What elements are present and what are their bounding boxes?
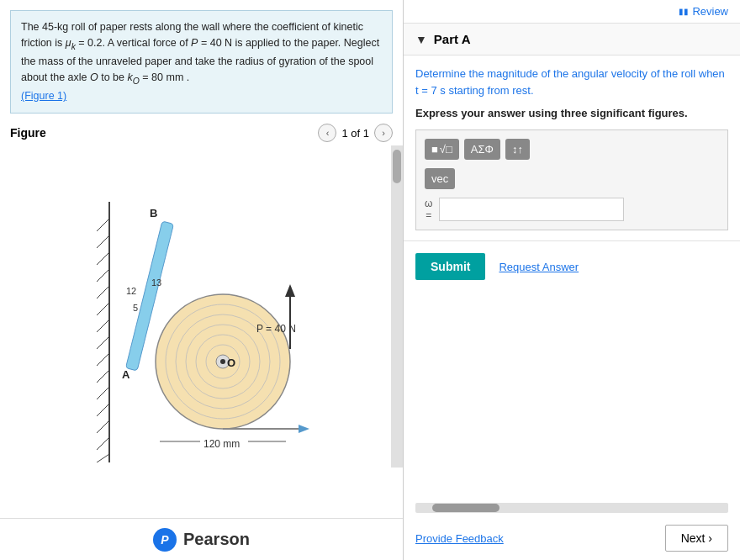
action-row: Submit Request Answer [404,241,740,292]
review-link[interactable]: ▮▮ Review [679,5,728,18]
figure-area: B A O 12 13 5 P = 40 N 120 mm [0,145,403,518]
svg-line-1 [97,219,109,231]
provide-feedback-link[interactable]: Provide Feedback [415,532,504,545]
svg-line-15 [97,454,109,462]
toolbar-row: ■ √□ AΣΦ ↕↑ [425,139,719,160]
a-label: A [122,368,130,381]
input-row: ω = [425,198,719,221]
figure-scrollbar-vertical[interactable] [391,145,403,468]
figure-next-button[interactable]: › [374,124,393,142]
question-description: Determine the magnitude of the angular v… [415,66,728,98]
figure-count: 1 of 1 [341,127,369,140]
figure-label: Figure [10,126,46,140]
svg-line-10 [97,370,109,383]
dim-label: 120 mm [204,438,240,450]
pearson-bar: P Pearson [0,518,403,560]
svg-line-8 [97,336,109,349]
answer-box: ■ √□ AΣΦ ↕↑ vec ω = [415,129,728,230]
num-13: 13 [151,277,161,288]
figure-link[interactable]: (Figure 1) [21,90,66,102]
answer-input[interactable] [439,198,624,221]
sqrt-symbol: √□ [440,143,452,156]
figure-svg: B A O 12 13 5 P = 40 N 120 mm [76,202,328,462]
svg-marker-26 [285,284,295,297]
svg-line-13 [97,420,109,433]
problem-text: The 45-kg roll of paper rests along the … [10,10,393,114]
pearson-icon: P [153,528,177,552]
next-button[interactable]: Next › [665,525,728,552]
svg-line-12 [97,404,109,416]
scrollbar-thumb [393,150,401,183]
svg-line-11 [97,387,109,399]
question-instruction: Express your answer using three signific… [415,107,728,119]
svg-line-6 [97,303,109,315]
formula-button[interactable]: ■ √□ [425,139,459,160]
svg-marker-28 [299,425,309,433]
arrow-button[interactable]: ↕↑ [505,139,530,160]
left-panel: The 45-kg roll of paper rests along the … [0,0,404,560]
review-icon: ▮▮ [679,7,689,16]
svg-line-4 [97,269,109,282]
svg-line-14 [97,437,109,450]
num-5: 5 [133,303,138,313]
horizontal-scrollbar[interactable] [415,503,728,513]
part-a-header: ▼ Part A [404,24,740,55]
vec-button[interactable]: vec [425,168,455,189]
formula-icon: ■ [431,143,438,156]
o-label: O [227,357,235,369]
scrollbar-h-thumb [432,504,500,512]
svg-point-24 [220,359,225,364]
vec-row: vec [425,168,719,189]
figure-nav: ‹ 1 of 1 › [318,124,393,142]
svg-line-3 [97,252,109,265]
submit-button[interactable]: Submit [415,253,485,280]
bottom-action-row: Provide Feedback Next › [404,516,740,560]
request-answer-link[interactable]: Request Answer [499,261,579,273]
b-label: B [150,207,157,219]
part-a-title: Part A [434,32,471,46]
review-bar: ▮▮ Review [404,0,740,24]
figure-header: Figure ‹ 1 of 1 › [0,120,403,145]
svg-line-9 [97,353,109,366]
svg-line-2 [97,235,109,248]
svg-line-5 [97,286,109,298]
part-a-collapse-icon[interactable]: ▼ [415,33,427,46]
omega-label: ω = [425,198,432,221]
p-label: P = 40 N [256,323,296,335]
symbol-button[interactable]: AΣΦ [464,139,500,160]
right-panel: ▮▮ Review ▼ Part A Determine the magnitu… [404,0,740,560]
num-12: 12 [126,286,136,296]
pearson-name: Pearson [183,530,250,549]
question-area: Determine the magnitude of the angular v… [404,55,740,241]
omega-symbol: ω [425,198,432,209]
equals-symbol: = [426,209,431,221]
svg-line-7 [97,320,109,332]
review-label: Review [692,5,728,18]
figure-prev-button[interactable]: ‹ [318,124,336,142]
